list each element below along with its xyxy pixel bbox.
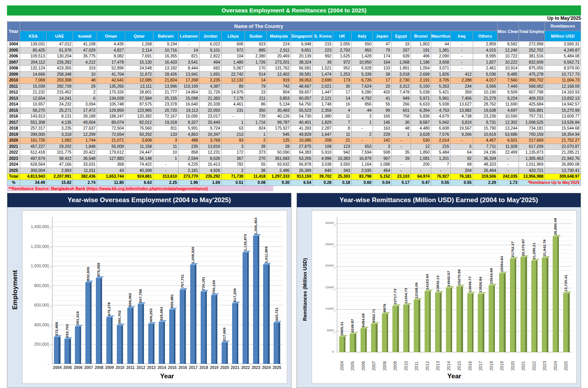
table-cell: 5,484.08 <box>545 54 581 60</box>
table-cell: 55 <box>245 162 267 168</box>
table-cell: 2021 <box>7 144 20 150</box>
table-cell: 0.18 <box>333 180 352 186</box>
table-cell: 12,299 <box>73 132 97 138</box>
table-cell: 36,548 <box>73 156 97 162</box>
table-cell: 76,181 <box>451 174 473 180</box>
bar <box>403 305 410 352</box>
table-cell: 33,031 <box>73 162 97 168</box>
table-cell: 20,720 <box>153 107 179 114</box>
table-cell: - <box>451 54 473 60</box>
bar-value-label: 875,055 <box>96 263 101 276</box>
table-cell: 49,829 <box>291 132 313 138</box>
table-cell: 205 <box>411 162 431 168</box>
table-cell: 875,055 <box>519 66 545 72</box>
country-column-header: Japan <box>373 31 392 42</box>
table-cell: 3,658 <box>431 59 451 66</box>
table-cell: 47,029 <box>73 47 97 54</box>
minor-gridline <box>52 241 283 242</box>
table-cell: 25,155 <box>153 95 179 102</box>
table-cell: 11 <box>153 144 179 150</box>
country-column-header: UAE <box>47 31 73 42</box>
table-cell: 82,012 <box>125 120 153 126</box>
table-cell: 41 <box>373 95 392 102</box>
table-cell: 1,164 <box>352 162 373 168</box>
table-cell: 2,911 <box>267 47 291 54</box>
bar-value-label: 700,159 <box>212 280 216 294</box>
table-cell: 2023 <box>7 156 20 162</box>
bar-value-label: 22,070.87 <box>521 239 525 256</box>
table-cell: 12 <box>411 144 431 150</box>
table-cell: 700,159 <box>519 132 545 138</box>
table-cell: 5,942 <box>431 120 451 126</box>
table-cell: 2,181 <box>179 168 199 174</box>
table-cell: 17 <box>333 90 352 96</box>
table-cell: 1.96 <box>179 180 199 186</box>
table-cell: 25,271 <box>47 107 73 114</box>
bar <box>274 323 280 364</box>
table-cell: 6,562.71 <box>545 59 581 66</box>
table-cell: 0.60 <box>352 180 373 186</box>
bar <box>361 329 367 352</box>
table-cell: 39,188 <box>73 114 97 120</box>
table-cell: 1,428 <box>352 54 373 60</box>
table-cell: 454 <box>373 168 392 174</box>
table-cell: 36,334 <box>473 156 498 162</box>
table-cell: 8,444 <box>179 66 199 72</box>
table-cell: - <box>179 42 199 48</box>
table-cell: 14,163.93 <box>545 90 581 96</box>
table-cell: 568,062 <box>519 83 545 90</box>
million-usd-header: Million USD <box>545 31 581 42</box>
table-cell: 41,704 <box>97 71 125 78</box>
table-cell: 514 <box>245 71 267 78</box>
table-cell: 1,135,873 <box>519 150 545 156</box>
bar-value-label: 555,881 <box>170 294 174 308</box>
table-cell: 217,669 <box>519 138 545 144</box>
table-cell: 10 <box>73 71 97 78</box>
table-cell: 23,017 <box>199 114 222 120</box>
table-cell: 93 <box>222 138 245 144</box>
total-row: Total4,813,9432,207,991382,4361,653,7449… <box>7 174 581 180</box>
x-tick-label: 2020 <box>510 354 515 371</box>
table-cell: 15,095 <box>179 114 199 120</box>
table-cell: 840 <box>313 168 333 174</box>
bar <box>54 337 60 364</box>
table-cell: 215,452 <box>47 90 73 96</box>
table-cell: 12,302 <box>498 120 519 126</box>
table-cell: 952 <box>333 66 352 72</box>
country-column-header: Libya <box>222 31 245 42</box>
bar-value-label: 1,011,969 <box>264 246 268 263</box>
x-tick-label: 2016 <box>177 365 188 370</box>
table-cell: 16,640 <box>179 102 199 108</box>
table-cell: 1,253 <box>333 71 352 78</box>
table-cell: 15,544.68 <box>545 126 581 132</box>
table-cell: 2008 <box>7 66 20 72</box>
x-tick-label: 2009 <box>393 354 397 371</box>
table-cell: 7,560 <box>498 78 519 84</box>
table-cell: 343 <box>333 168 352 174</box>
table-cell: 24,447 <box>125 150 153 156</box>
x-tick-label: 2007 <box>371 354 376 371</box>
table-cell: 21 <box>333 138 352 144</box>
country-column-header: Mauritius <box>431 31 451 42</box>
table-cell: 7,069 <box>20 78 47 84</box>
table-cell: 211 <box>245 95 267 102</box>
table-cell: 10,590 <box>498 114 519 120</box>
table-cell: 7 <box>431 162 451 168</box>
bar-value-label: 1,008,525 <box>191 247 195 264</box>
table-cell: - <box>411 168 431 174</box>
table-cell: 4,435 <box>97 42 125 48</box>
table-cell: 21,383 <box>199 95 222 102</box>
table-cell: 1,201 <box>431 156 451 162</box>
table-cell: 992 <box>313 54 333 60</box>
table-cell: - <box>451 42 473 48</box>
bar-value-label: 734,181 <box>201 277 205 290</box>
table-cell: 5,353 <box>431 83 451 90</box>
table-cell: 257,317 <box>20 126 47 132</box>
table-cell: 226,392 <box>47 59 73 66</box>
table-cell: 351,683 <box>267 156 291 162</box>
table-cell: 4,813,943 <box>20 174 47 180</box>
table-cell: 215 <box>431 144 451 150</box>
bar <box>563 293 570 352</box>
table-cell: 119,169 <box>179 83 199 90</box>
bar <box>211 295 217 364</box>
